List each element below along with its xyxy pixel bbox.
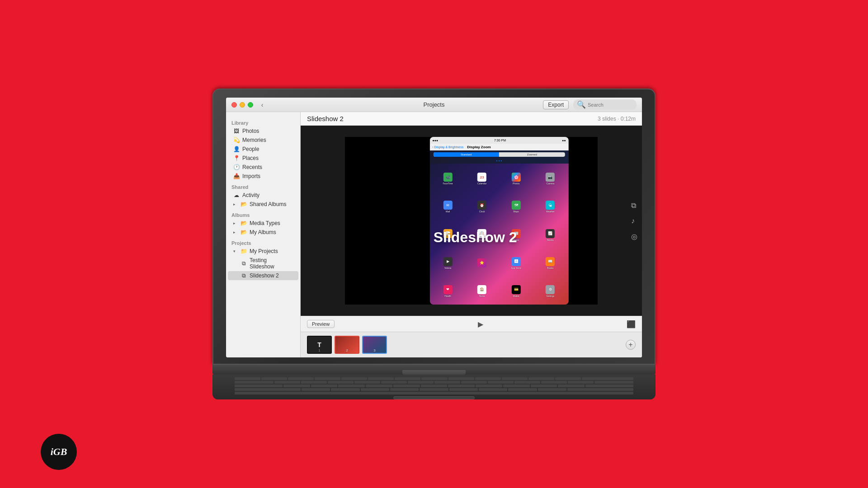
back-button[interactable]: ‹ bbox=[258, 100, 267, 109]
expand-arrow-icon-2: ▸ bbox=[233, 221, 238, 225]
screen-bezel: ‹ Projects Export 🔍 bbox=[212, 89, 656, 365]
sidebar-item-testing-slideshow[interactable]: ⧉ Testing Slideshow bbox=[228, 256, 298, 271]
places-icon: 📍 bbox=[233, 155, 240, 161]
music-icon[interactable]: ♪ bbox=[631, 216, 637, 225]
my-projects-icon: 📁 bbox=[241, 248, 247, 254]
shared-albums-icon: 📂 bbox=[241, 201, 247, 207]
sidebar-item-imports[interactable]: 📥 Imports bbox=[228, 172, 298, 181]
sidebar-projects-label: Projects bbox=[226, 239, 300, 247]
laptop-container: ‹ Projects Export 🔍 bbox=[212, 89, 656, 399]
sidebar-item-shared-albums[interactable]: ▸ 📂 Shared Albums bbox=[228, 200, 298, 209]
slides-info: 3 slides · 0:12m bbox=[598, 116, 636, 122]
slideshow-header: Slideshow 2 3 slides · 0:12m bbox=[301, 112, 642, 126]
igb-logo-text: iGB bbox=[51, 446, 67, 458]
maximize-button[interactable] bbox=[248, 102, 253, 108]
expand-arrow-icon: ▸ bbox=[233, 202, 238, 206]
sidebar-item-my-albums[interactable]: ▸ 📂 My Albums bbox=[228, 228, 298, 237]
minimize-button[interactable] bbox=[240, 102, 245, 108]
export-to-photos-icon[interactable]: ⬛ bbox=[627, 320, 636, 328]
macos-window: ‹ Projects Export 🔍 bbox=[226, 98, 642, 357]
expand-arrow-icon-3: ▸ bbox=[233, 230, 238, 235]
slide-thumb-1[interactable]: T 1 bbox=[307, 336, 332, 354]
search-input[interactable] bbox=[588, 102, 633, 108]
bottom-controls: Preview ▶ ⬛ bbox=[301, 316, 642, 332]
phone-app-books: 📖 Books bbox=[534, 250, 567, 277]
window-title: Projects bbox=[424, 101, 445, 108]
phone-app-camera: 📷 Camera bbox=[534, 165, 567, 192]
phone-app-facetime: 📹 FaceTime bbox=[431, 165, 464, 192]
traffic-lights bbox=[231, 102, 253, 108]
laptop-hinge bbox=[402, 370, 466, 375]
phone-app-home: 🏠 Home bbox=[466, 278, 499, 305]
sidebar-albums-label: Albums bbox=[226, 211, 300, 219]
sidebar-item-people[interactable]: 👤 People bbox=[228, 145, 298, 154]
phone-app-mail: ✉ Mail bbox=[431, 193, 464, 220]
imports-icon: 📥 bbox=[233, 173, 240, 179]
phone-mockup: ●●● 7:30 PM ●● ‹ Display & Brightness Di… bbox=[429, 137, 568, 304]
phone-app-stocks: 📈 Stocks bbox=[534, 221, 567, 248]
close-button[interactable] bbox=[231, 102, 237, 108]
phone-app-featured: ⭐ bbox=[466, 250, 499, 277]
sidebar-item-photos[interactable]: 🖼 Photos bbox=[228, 127, 298, 136]
phone-app-wallet: 💳 Wallet bbox=[500, 278, 533, 305]
recents-icon: 🕐 bbox=[233, 164, 240, 170]
right-panel: Slideshow 2 3 slides · 0:12m bbox=[301, 112, 642, 357]
slide-layout-icon[interactable]: ⧉ bbox=[631, 201, 637, 209]
slide-content: ●●● 7:30 PM ●● ‹ Display & Brightness Di… bbox=[345, 137, 598, 304]
export-button[interactable]: Export bbox=[543, 100, 569, 109]
slide-image: ●●● 7:30 PM ●● ‹ Display & Brightness Di… bbox=[345, 137, 598, 304]
trackpad[interactable] bbox=[393, 396, 475, 399]
phone-app-health: ❤ Health bbox=[431, 278, 464, 305]
sidebar-item-slideshow2[interactable]: ⧉ Slideshow 2 bbox=[228, 271, 298, 280]
side-tools: ⧉ ♪ ◎ bbox=[631, 201, 637, 240]
slideshow-title: Slideshow 2 bbox=[307, 115, 344, 122]
testing-slideshow-icon: ⧉ bbox=[241, 260, 247, 267]
preview-button[interactable]: Preview bbox=[307, 320, 335, 328]
keyboard-rows bbox=[235, 377, 633, 394]
slideshow2-icon: ⧉ bbox=[241, 272, 247, 279]
play-button[interactable]: ▶ bbox=[476, 319, 486, 329]
activity-icon: ☁ bbox=[233, 192, 240, 198]
phone-app-settings: ⚙ Settings bbox=[534, 278, 567, 305]
phone-app-clock: ⏰ Clock bbox=[466, 193, 499, 220]
sidebar-item-memories[interactable]: 💫 Memories bbox=[228, 136, 298, 145]
play-icon: ▶ bbox=[478, 320, 483, 328]
sidebar-shared-label: Shared bbox=[226, 183, 300, 191]
slide-thumb-2[interactable]: 2 bbox=[335, 336, 359, 354]
add-slide-button[interactable]: + bbox=[626, 340, 636, 350]
expand-arrow-my-projects: ▾ bbox=[233, 249, 238, 253]
slide-thumb-3[interactable]: 3 bbox=[362, 336, 387, 354]
theme-icon[interactable]: ◎ bbox=[631, 232, 637, 240]
slide-strip: T 1 2 bbox=[301, 332, 642, 357]
screen-inner: ‹ Projects Export 🔍 bbox=[226, 98, 642, 357]
phone-app-calendar: 23 Calendar bbox=[466, 165, 499, 192]
sidebar-item-places[interactable]: 📍 Places bbox=[228, 154, 298, 163]
search-icon: 🔍 bbox=[577, 100, 586, 109]
search-bar[interactable]: 🔍 bbox=[573, 99, 637, 110]
sidebar: Library 🖼 Photos 💫 Memories 👤 Peopl bbox=[226, 112, 301, 357]
laptop-base bbox=[212, 365, 656, 375]
sidebar-item-recents[interactable]: 🕐 Recents bbox=[228, 163, 298, 172]
sidebar-library-label: Library bbox=[226, 118, 300, 127]
photos-icon: 🖼 bbox=[233, 128, 240, 134]
phone-app-photos: 🌸 Photos bbox=[500, 165, 533, 192]
phone-app-maps: 🗺 Maps bbox=[500, 193, 533, 220]
memories-icon: 💫 bbox=[233, 137, 240, 143]
phone-app-weather: 🌤 Weather bbox=[534, 193, 567, 220]
phone-app-videos: ▶ Videos bbox=[431, 250, 464, 277]
sidebar-item-media-types[interactable]: ▸ 📂 Media Types bbox=[228, 219, 298, 228]
phone-app-appstore: 🅰 App Store bbox=[500, 250, 533, 277]
back-chevron-icon: ‹ bbox=[261, 101, 264, 108]
slideshow-overlay-text: Slideshow 2 bbox=[434, 229, 517, 246]
sidebar-item-my-projects[interactable]: ▾ 📁 My Projects bbox=[228, 247, 298, 256]
my-albums-icon: 📂 bbox=[241, 229, 247, 235]
people-icon: 👤 bbox=[233, 146, 240, 152]
toolbar-right: Export 🔍 bbox=[543, 99, 637, 110]
sidebar-item-activity[interactable]: ☁ Activity bbox=[228, 191, 298, 200]
preview-area: ●●● 7:30 PM ●● ‹ Display & Brightness Di… bbox=[301, 126, 642, 316]
title-bar: ‹ Projects Export 🔍 bbox=[226, 98, 642, 112]
main-content: Library 🖼 Photos 💫 Memories 👤 Peopl bbox=[226, 112, 642, 357]
igb-logo: iGB bbox=[41, 434, 77, 470]
media-types-icon: 📂 bbox=[241, 220, 247, 226]
laptop-keyboard bbox=[212, 375, 656, 399]
